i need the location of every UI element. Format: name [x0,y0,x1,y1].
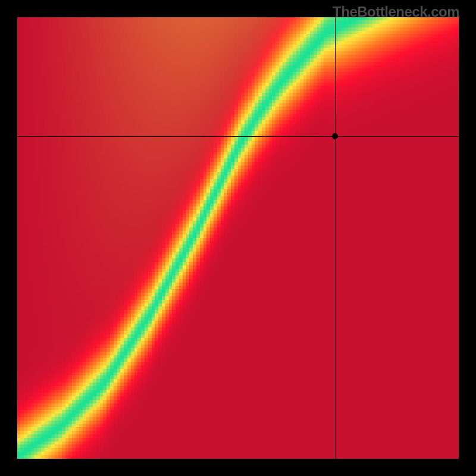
crosshair-marker [332,133,338,139]
crosshair-horizontal [17,136,459,137]
chart-stage: TheBottleneck.com [0,0,476,476]
bottleneck-heatmap [17,17,459,459]
watermark-text: TheBottleneck.com [333,4,459,20]
crosshair-vertical [335,17,336,459]
